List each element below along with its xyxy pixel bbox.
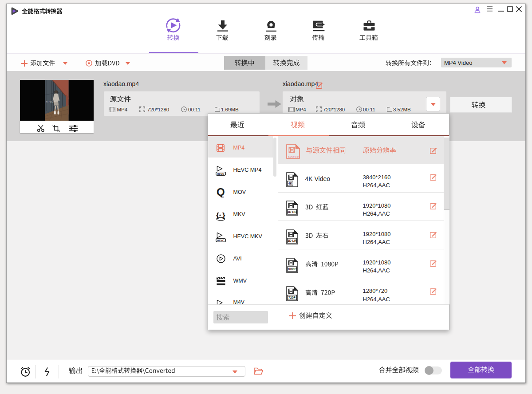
svg-text:NTPD 2%: NTPD 2% (46, 100, 56, 103)
svg-text:HEVC: HEVC (217, 173, 225, 175)
svg-text:4K: 4K (288, 182, 292, 185)
svg-text:source: source (288, 154, 299, 158)
svg-text:Q: Q (217, 187, 225, 197)
svg-text:720P: 720P (288, 296, 296, 299)
svg-text:3D LR: 3D LR (287, 239, 296, 242)
svg-text:1080P: 1080P (287, 268, 296, 271)
svg-text:HEVC: HEVC (217, 239, 225, 242)
svg-text:3D RB: 3D RB (287, 211, 296, 214)
